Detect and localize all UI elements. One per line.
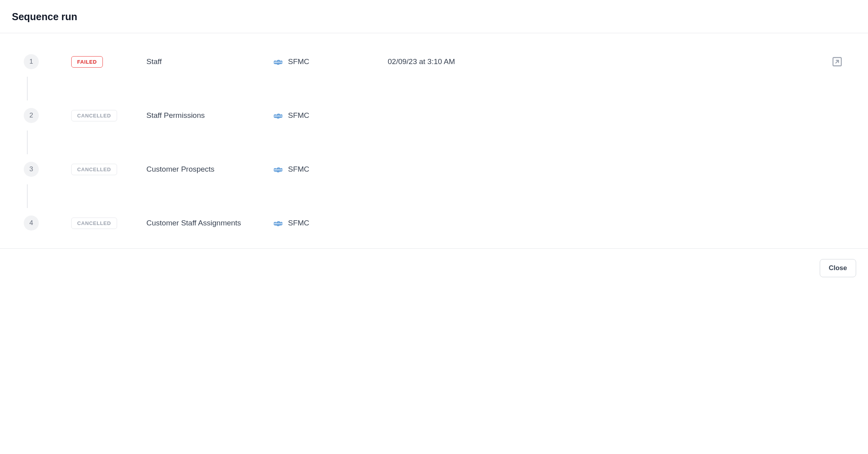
step-connector-line xyxy=(27,77,28,100)
step-destination: SFMC xyxy=(273,165,388,174)
step-number-badge: 4 xyxy=(24,216,39,231)
open-external-icon[interactable] xyxy=(832,56,843,67)
status-badge: CANCELLED xyxy=(71,110,117,121)
sequence-step-row: 3CANCELLEDCustomer ProspectsSFMC xyxy=(24,160,844,179)
step-connector-line xyxy=(27,131,28,154)
dialog-header: Sequence run xyxy=(0,0,868,33)
salesforce-cloud-icon xyxy=(273,219,283,227)
destination-label: SFMC xyxy=(288,111,309,120)
step-name: Staff Permissions xyxy=(146,111,273,120)
sequence-step-row: 2CANCELLEDStaff PermissionsSFMC xyxy=(24,106,844,125)
destination-label: SFMC xyxy=(288,165,309,174)
sequence-step-row: 4CANCELLEDCustomer Staff AssignmentsSFMC xyxy=(24,214,844,233)
salesforce-cloud-icon xyxy=(273,112,283,119)
step-destination: SFMC xyxy=(273,57,388,66)
step-number-badge: 3 xyxy=(24,162,39,177)
sequence-steps-list: 1FAILEDStaffSFMC02/09/23 at 3:10 AM2CANC… xyxy=(0,33,868,248)
status-badge: CANCELLED xyxy=(71,218,117,229)
destination-label: SFMC xyxy=(288,57,309,66)
status-badge: FAILED xyxy=(71,56,103,68)
step-name: Staff xyxy=(146,57,273,66)
step-name: Customer Prospects xyxy=(146,165,273,174)
page-title: Sequence run xyxy=(12,11,856,23)
sequence-step-row: 1FAILEDStaffSFMC02/09/23 at 3:10 AM xyxy=(24,52,844,71)
step-connector-line xyxy=(27,184,28,208)
salesforce-cloud-icon xyxy=(273,58,283,65)
step-name: Customer Staff Assignments xyxy=(146,219,273,227)
step-number-badge: 1 xyxy=(24,54,39,69)
step-destination: SFMC xyxy=(273,219,388,227)
step-timestamp: 02/09/23 at 3:10 AM xyxy=(388,57,821,66)
status-badge: CANCELLED xyxy=(71,164,117,175)
step-number-badge: 2 xyxy=(24,108,39,123)
close-button[interactable]: Close xyxy=(820,259,856,277)
step-destination: SFMC xyxy=(273,111,388,120)
salesforce-cloud-icon xyxy=(273,166,283,173)
dialog-footer: Close xyxy=(0,248,868,288)
destination-label: SFMC xyxy=(288,219,309,227)
